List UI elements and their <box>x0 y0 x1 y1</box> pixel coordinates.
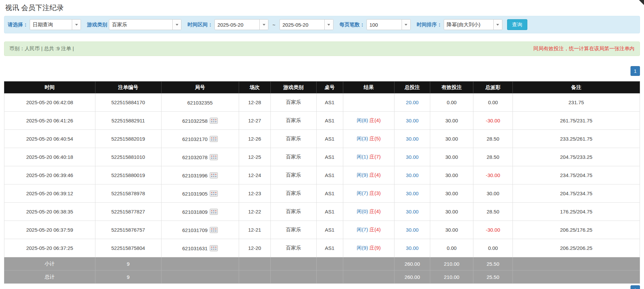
session-cell: 12-23 <box>239 184 270 203</box>
summary-empty-cell <box>343 270 394 284</box>
column-header: 结果 <box>343 82 394 93</box>
date-type-select[interactable]: 日期查询 <box>30 19 81 30</box>
remark-cell: 261.75/231.75 <box>513 112 640 130</box>
bet-id-cell: 522515880019 <box>95 166 161 184</box>
table-row: 2025-05-20 06:37:59522515876757621031709… <box>4 221 640 239</box>
table-no-cell: AS1 <box>316 93 343 112</box>
total-bet-link[interactable]: 30.00 <box>406 227 419 233</box>
total-bet-link[interactable]: 30.00 <box>406 136 419 142</box>
player-result: 闲(8) <box>357 117 368 123</box>
payout-cell: -30.00 <box>473 221 513 239</box>
table-header-row: 时间注单编号局号场次游戏类别桌号结果总投注有效投注总派彩备注 <box>4 82 640 93</box>
filter-bar: 请选择： 日期查询 游戏类别 百家乐 时间区间： 2025-05-20 ~ 20… <box>4 16 640 33</box>
round-number: 621032258 <box>182 118 208 124</box>
road-map-icon[interactable] <box>210 136 218 142</box>
session-cell: 12-27 <box>239 112 270 130</box>
round-number: 621032355 <box>187 100 213 106</box>
chevron-down-icon[interactable] <box>259 20 268 30</box>
column-header: 游戏类别 <box>270 82 316 93</box>
page-button-1[interactable]: 1 <box>631 66 640 76</box>
road-map-icon[interactable] <box>210 191 218 197</box>
filter-group-page-size: 每页笔数： 100 <box>340 19 411 30</box>
result-cell: 闲(0) 庄(4) <box>343 203 394 221</box>
remark-cell: 206.25/176.25 <box>513 221 640 239</box>
table-no-cell: AS1 <box>316 239 343 257</box>
chevron-down-icon[interactable] <box>72 20 81 30</box>
search-button[interactable]: 查询 <box>507 19 527 30</box>
total-bet-link[interactable]: 20.00 <box>406 99 419 105</box>
bet-id-cell: 522515884170 <box>95 93 161 112</box>
chevron-down-icon[interactable] <box>324 20 333 30</box>
payout-cell: 30.00 <box>473 184 513 203</box>
page-button-1[interactable]: 1 <box>631 285 640 289</box>
payout-cell: -30.00 <box>473 166 513 184</box>
total-bet-cell: 30.00 <box>394 221 430 239</box>
page-size-select[interactable]: 100 <box>367 19 411 30</box>
summary-count-cell: 9 <box>95 270 161 284</box>
range-separator: ~ <box>272 22 275 28</box>
total-bet-link[interactable]: 30.00 <box>406 209 419 214</box>
game-type-cell: 百家乐 <box>270 130 316 148</box>
column-header: 总派彩 <box>473 82 513 93</box>
date-type-value: 日期查询 <box>30 20 72 30</box>
page-size-value: 100 <box>367 20 402 30</box>
column-header: 备注 <box>513 82 640 93</box>
session-cell: 12-25 <box>239 148 270 166</box>
summary-empty-cell <box>239 270 270 284</box>
column-header: 局号 <box>161 82 239 93</box>
table-row: 2025-05-20 06:41:26522515882911621032258… <box>4 112 640 130</box>
bet-id-cell: 522515875804 <box>95 239 161 257</box>
total-bet-cell: 30.00 <box>394 166 430 184</box>
bet-id-cell: 522515881010 <box>95 148 161 166</box>
table-body: 2025-05-20 06:42:08522515884170621032355… <box>4 93 640 257</box>
road-map-icon[interactable] <box>210 172 218 178</box>
game-type-cell: 百家乐 <box>270 239 316 257</box>
game-type-cell: 百家乐 <box>270 166 316 184</box>
remark-cell: 204.75/233.25 <box>513 148 640 166</box>
table-row: 2025-05-20 06:39:12522515878978621031905… <box>4 184 640 203</box>
game-type-select[interactable]: 百家乐 <box>109 19 181 30</box>
filter-group-game-type: 游戏类别 百家乐 <box>87 19 181 30</box>
filter-group-date-range: 时间区间： 2025-05-20 ~ 2025-05-20 <box>187 19 333 30</box>
total-bet-link[interactable]: 30.00 <box>406 191 419 196</box>
road-map-icon[interactable] <box>210 245 218 251</box>
date-to-select[interactable]: 2025-05-20 <box>280 19 333 30</box>
total-bet-link[interactable]: 30.00 <box>406 154 419 160</box>
player-result: 闲(9) <box>357 172 368 178</box>
round-number: 621032170 <box>182 136 208 142</box>
game-type-cell: 百家乐 <box>270 184 316 203</box>
road-map-icon[interactable] <box>210 227 218 233</box>
chevron-down-icon[interactable] <box>402 20 410 30</box>
game-type-cell: 百家乐 <box>270 221 316 239</box>
player-result: 闲(9) <box>357 245 368 251</box>
sort-order-label: 时间排序： <box>417 22 442 28</box>
total-bet-link[interactable]: 30.00 <box>406 118 419 123</box>
pagination-top: 1 <box>4 66 640 76</box>
table-row: 2025-05-20 06:38:35522515877827621031809… <box>4 203 640 221</box>
total-bet-cell: 30.00 <box>394 130 430 148</box>
road-map-icon[interactable] <box>210 209 218 215</box>
valid-bet-cell: 30.00 <box>430 130 473 148</box>
total-bet-link[interactable]: 30.00 <box>406 245 419 251</box>
summary-empty-cell <box>316 270 343 284</box>
round-number: 621031631 <box>182 245 208 251</box>
total-bet-cell: 30.00 <box>394 203 430 221</box>
column-header: 注单编号 <box>95 82 161 93</box>
round-number: 621031809 <box>182 209 208 215</box>
bet-id-cell: 522515878978 <box>95 184 161 203</box>
road-map-icon[interactable] <box>210 118 218 124</box>
road-map-icon[interactable] <box>210 154 218 160</box>
betting-records-page: 视讯 会员下注纪录 请选择： 日期查询 游戏类别 百家乐 时间区间： 2025-… <box>0 0 644 289</box>
total-bet-link[interactable]: 30.00 <box>406 172 419 178</box>
summary-payout-cell: 25.50 <box>473 270 513 284</box>
column-header: 场次 <box>239 82 270 93</box>
round-number: 621032078 <box>182 154 208 160</box>
chevron-down-icon[interactable] <box>172 20 181 30</box>
round-number: 621031996 <box>182 173 208 178</box>
sort-order-select[interactable]: 降幂(由大到小) <box>444 19 502 30</box>
table-row: 2025-05-20 06:40:18522515881010621032078… <box>4 148 640 166</box>
valid-bet-cell: 30.00 <box>430 166 473 184</box>
date-from-select[interactable]: 2025-05-20 <box>214 19 268 30</box>
chevron-down-icon[interactable] <box>493 20 502 30</box>
summary-label-cell: 小计 <box>4 257 95 270</box>
